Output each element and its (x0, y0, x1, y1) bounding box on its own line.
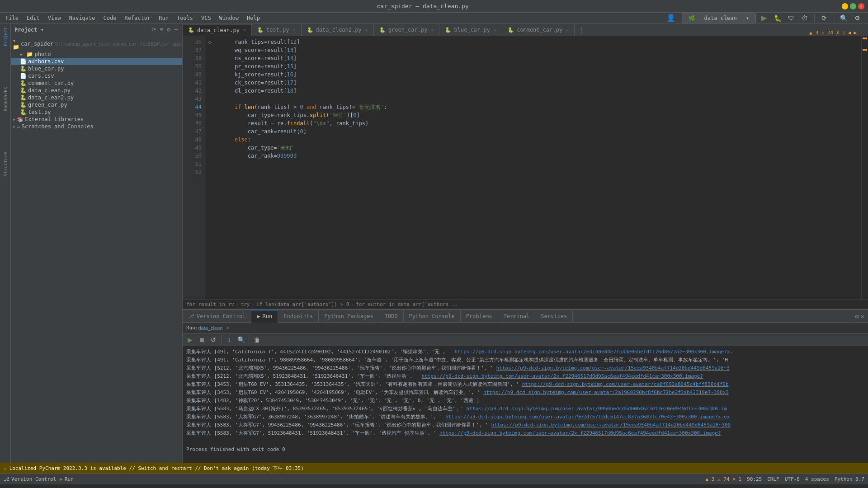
tree-item-photo[interactable]: ▸ 📁 photo (11, 51, 182, 58)
debug-button[interactable]: 🐛 (772, 13, 783, 23)
tab-data-clean2[interactable]: 🐍 data_clean2.py ✕ (302, 24, 374, 36)
line-sep-indicator[interactable]: CRLF (767, 476, 779, 482)
console-link-9[interactable]: https://p3-dcd-sign.byteimg.com/user-ava… (445, 414, 730, 420)
console-link-8[interactable]: https://p9-dcd-sign.byteimg.com/user-ava… (467, 406, 727, 412)
menu-window[interactable]: Window (216, 14, 242, 22)
run-config-button[interactable]: data_clean (198, 325, 223, 331)
menu-edit[interactable]: Edit (23, 14, 43, 22)
menu-navigate[interactable]: Navigate (66, 14, 99, 22)
recent-files[interactable]: ⋮ (859, 30, 864, 36)
update-button[interactable]: ⟳ (819, 13, 830, 23)
console-link-11[interactable]: https://p9-dcd-sign.byteimg.com/user-ava… (439, 430, 721, 436)
tab-services[interactable]: Services (535, 310, 573, 323)
tab-run[interactable]: ▶ Run (251, 310, 278, 323)
console-link-3[interactable]: https://p9-dcd-sign.byteimg.com/user-ava… (496, 365, 730, 371)
branch-selector[interactable]: 🌿data_clean▾ (682, 13, 756, 23)
version-control-status[interactable]: ⎇ Version Control (4, 476, 56, 482)
sync-icon[interactable]: ⟳ (151, 25, 157, 34)
breadcrumb-item-2[interactable]: try (241, 301, 250, 307)
python-version-indicator[interactable]: Python 3.7 (835, 476, 864, 482)
bookmarks-icon[interactable]: Bookmarks (0, 85, 10, 113)
tree-item-data-clean[interactable]: 🐍 data_clean.py (11, 87, 182, 94)
nav-prev[interactable]: ◀ (848, 30, 851, 36)
tree-item-external-libs[interactable]: ▸ 📚 External Libraries (11, 116, 182, 123)
console-output[interactable]: 采集车评人 [491, 'California T', 441527411724… (183, 346, 868, 463)
run-scroll-button[interactable]: ↕ (224, 334, 235, 345)
close-button[interactable]: ✕ (858, 3, 864, 9)
menu-file[interactable]: File (2, 14, 22, 22)
tree-item-test[interactable]: 🐍 test.py (11, 108, 182, 116)
tree-root[interactable]: ▾ 📁 car_spider D:\hadoop_spark_hive_sqoo… (11, 37, 182, 51)
project-sidebar-icon[interactable]: Project (0, 25, 10, 48)
run-filter-button[interactable]: 🔍 (236, 334, 246, 345)
minimize-button[interactable]: ─ (842, 3, 848, 9)
tab-python-console[interactable]: Python Console (404, 310, 461, 323)
menu-view[interactable]: View (44, 14, 65, 22)
console-link-10[interactable]: https://p9-dcd-sign.byteimg.com/user-ava… (491, 422, 731, 428)
tree-item-blue-car[interactable]: 🐍 blue_car.py (11, 65, 182, 72)
menu-help[interactable]: Help (243, 14, 264, 22)
tab-data-clean[interactable]: 🐍 data_clean.py ✕ (183, 24, 252, 36)
indent-indicator[interactable]: 4 spaces (805, 476, 829, 482)
search-button[interactable]: 🔍 (838, 13, 849, 23)
settings-button[interactable]: ⚙ (852, 13, 863, 23)
run-clear-button[interactable]: 🗑 (251, 334, 262, 345)
settings-gear-icon[interactable]: ⚙ (855, 313, 859, 320)
run-status[interactable]: ▶ Run (60, 476, 74, 482)
warnings-indicator[interactable]: ▲ 3 ⚠ 74 ✗ 1 (706, 476, 741, 482)
tab-more-button[interactable]: ⋮ (575, 26, 588, 33)
tab-close-green-car[interactable]: ✕ (431, 28, 434, 33)
run-tab-close[interactable]: ✕ (226, 325, 229, 331)
run-rerun-button[interactable]: ↺ (208, 334, 219, 345)
user-icon[interactable]: 👤 (663, 13, 679, 23)
console-link-5[interactable]: https://p9-dcd-sign.byteimg.com/user-ava… (522, 381, 729, 387)
collapse-icon[interactable]: ≡ (159, 25, 165, 34)
structure-icon[interactable]: Structure (0, 150, 10, 178)
run-restart-button[interactable]: ▶ (184, 334, 195, 345)
tab-version-control[interactable]: ⎇ Version Control (183, 310, 251, 323)
tree-item-cars-csv[interactable]: 📄 cars.csv (11, 72, 182, 80)
tree-item-scratches[interactable]: ▸ ✏ Scratches and Consoles (11, 123, 182, 130)
tab-close-data-clean2[interactable]: ✕ (365, 28, 368, 33)
tab-todo[interactable]: TODO (379, 310, 404, 323)
run-button[interactable]: ▶ (759, 13, 769, 23)
menu-refactor[interactable]: Refactor (121, 14, 154, 22)
console-link-6[interactable]: https://p9-dcd-sign.byteimg.com/user-ava… (483, 389, 729, 395)
coverage-button[interactable]: 🛡 (786, 13, 797, 23)
code-content[interactable]: rank_tips=result[12] wg_score=result[13]… (214, 36, 861, 299)
tree-item-authors-csv[interactable]: 📄 authors.csv (11, 58, 182, 65)
tab-close-test[interactable]: ✕ (293, 28, 296, 33)
tree-item-comment-car[interactable]: 🐍 comment_car.py (11, 80, 182, 87)
tab-endpoints[interactable]: Endpoints (278, 310, 319, 323)
console-link-1[interactable]: https://p6-dcd-sign.byteimg.com/user-ava… (454, 349, 733, 355)
breadcrumb-item-1[interactable]: for result in rv (186, 301, 234, 307)
settings-icon[interactable]: ⚙ (166, 25, 171, 34)
encoding-indicator[interactable]: UTF-8 (785, 476, 800, 482)
menu-code[interactable]: Code (100, 14, 120, 22)
tab-close-blue-car[interactable]: ✕ (494, 28, 496, 33)
menu-tools[interactable]: Tools (173, 14, 197, 22)
position-indicator[interactable]: 90:25 (747, 476, 762, 482)
breadcrumb-item-3[interactable]: if len(data_arr['authors']) > 0 (256, 301, 349, 307)
tab-close-comment-car[interactable]: ✕ (566, 28, 569, 33)
tab-close-data-clean[interactable]: ✕ (243, 28, 246, 33)
menu-run[interactable]: Run (155, 14, 172, 22)
console-link-4[interactable]: https://p9-dcd-sign.byteimg.com/user-ava… (421, 373, 703, 379)
tree-item-data-clean2[interactable]: 🐍 data_clean2.py (11, 94, 182, 101)
tab-python-packages[interactable]: Python Packages (319, 310, 379, 323)
nav-next[interactable]: ▶ (854, 30, 857, 36)
tab-comment-car[interactable]: 🐍 comment_car.py ✕ (502, 24, 575, 36)
breadcrumb-item-4[interactable]: for author in data_arr['authors... (356, 301, 458, 307)
tab-terminal[interactable]: Terminal (498, 310, 536, 323)
tab-green-car[interactable]: 🐍 green_car.py ✕ (374, 24, 440, 36)
minimize-panel-icon[interactable]: ─ (173, 25, 179, 34)
tab-problems[interactable]: Problems (461, 310, 498, 323)
menu-vcs[interactable]: VCS (198, 14, 215, 22)
maximize-button[interactable]: □ (850, 3, 856, 9)
tab-test[interactable]: 🐍 test.py ✕ (252, 24, 302, 36)
tab-blue-car[interactable]: 🐍 blue_car.py ✕ (439, 24, 502, 36)
profile-button[interactable]: ⏱ (799, 13, 810, 23)
tree-item-green-car[interactable]: 🐍 green_car.py (11, 101, 182, 108)
close-panel-icon[interactable]: ✕ (861, 313, 864, 320)
run-stop-button[interactable]: ⏹ (196, 334, 207, 345)
